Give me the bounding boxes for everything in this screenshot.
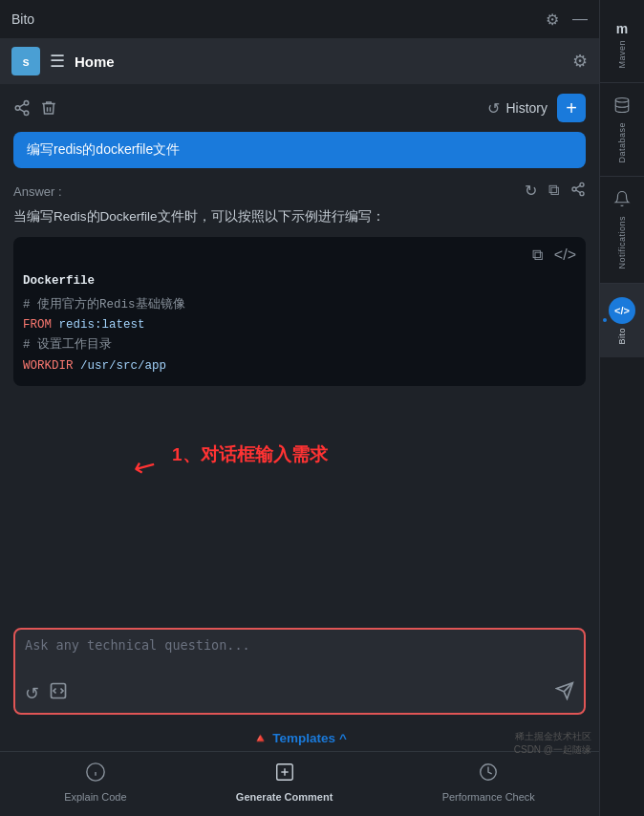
action-bar: ↺ History +	[0, 84, 599, 132]
title-bar: Bito ⚙ —	[0, 0, 599, 38]
svg-line-4	[19, 104, 24, 107]
send-button[interactable]	[555, 681, 574, 705]
notifications-label: Notifications	[617, 216, 627, 269]
query-bubble: 编写redis的dockerfile文件	[13, 132, 586, 168]
home-title: Home	[75, 54, 563, 70]
explain-code-label: Explain Code	[64, 791, 126, 803]
templates-button[interactable]: 🔺 Templates ^	[252, 730, 347, 745]
delete-button[interactable]	[40, 99, 57, 117]
code-block-header: ⧉ </>	[23, 247, 576, 264]
new-chat-button[interactable]: +	[557, 94, 586, 122]
svg-point-7	[580, 192, 584, 196]
svg-line-8	[576, 190, 581, 193]
sidebar-item-notifications[interactable]: Notifications	[600, 177, 644, 284]
nav-performance-check[interactable]: Performance Check	[442, 762, 535, 803]
templates-icon: 🔺	[252, 730, 268, 745]
code-view-icon[interactable]: </>	[554, 247, 576, 264]
svg-point-5	[580, 183, 584, 186]
code-block: ⧉ </> Dockerfile # 使用官方的Redis基础镜像 FROM r…	[13, 237, 586, 386]
answer-label: Answer :	[13, 184, 62, 199]
copy-answer-icon[interactable]: ⧉	[548, 182, 559, 201]
maven-label: Maven	[617, 40, 627, 69]
svg-point-2	[24, 111, 29, 116]
sidebar-item-bito[interactable]: </> Bito	[600, 284, 644, 358]
share-button[interactable]	[13, 99, 31, 117]
generate-comment-icon	[274, 762, 295, 787]
code-line-4: WORKDIR /usr/src/app	[23, 356, 576, 376]
main-panel: Bito ⚙ — s ☰ Home ⚙ ↺ Hi	[0, 0, 599, 816]
explain-code-icon	[85, 762, 106, 787]
performance-check-label: Performance Check	[442, 791, 535, 803]
active-indicator	[603, 318, 607, 322]
input-section: ↺	[0, 620, 599, 724]
code-filename: Dockerfile	[23, 271, 576, 291]
database-label: Database	[617, 122, 627, 163]
code-line-1: # 使用官方的Redis基础镜像	[23, 295, 576, 315]
answer-section: Answer : ↻ ⧉ 当编写Redis的Dockerfile文件时，可以按照…	[0, 176, 599, 620]
sidebar-item-database[interactable]: Database	[600, 82, 644, 178]
bito-icon: </>	[609, 297, 635, 324]
code-line-2: FROM redis:latest	[23, 315, 576, 335]
history-button[interactable]: ↺ History	[487, 99, 547, 118]
svg-point-0	[24, 101, 29, 106]
answer-header: Answer : ↻ ⧉	[13, 176, 586, 206]
maven-icon: m	[616, 21, 628, 36]
share-answer-icon[interactable]	[570, 182, 586, 201]
query-container: 编写redis的dockerfile文件	[0, 132, 599, 176]
svg-line-9	[576, 185, 581, 188]
sidebar-item-maven[interactable]: m Maven	[600, 8, 644, 82]
svg-point-1	[15, 106, 20, 111]
share-icon	[13, 99, 31, 117]
right-sidebar: m Maven Database Notifications </> Bito	[599, 0, 644, 816]
answer-text: 当编写Redis的Dockerfile文件时，可以按照以下示例进行编写：	[13, 206, 586, 227]
templates-bar: 🔺 Templates ^	[0, 724, 599, 751]
notifications-icon	[613, 190, 631, 212]
user-avatar: s	[11, 47, 40, 75]
trash-icon	[40, 99, 57, 117]
svg-point-18	[615, 97, 629, 102]
header-bar: s ☰ Home ⚙	[0, 38, 599, 84]
title-settings-button[interactable]: ⚙	[546, 11, 559, 29]
svg-line-3	[19, 109, 24, 112]
code-snippet-icon[interactable]	[49, 681, 68, 705]
nav-generate-comment[interactable]: Generate Comment	[236, 762, 333, 803]
app-title: Bito	[11, 11, 34, 27]
code-line-3: # 设置工作目录	[23, 335, 576, 355]
undo-icon[interactable]: ↺	[25, 683, 39, 704]
refresh-icon[interactable]: ↻	[525, 182, 537, 201]
answer-actions: ↻ ⧉	[525, 182, 586, 201]
code-content: Dockerfile # 使用官方的Redis基础镜像 FROM redis:l…	[23, 271, 576, 376]
history-icon: ↺	[487, 99, 500, 118]
title-minimize-button[interactable]: —	[572, 11, 588, 28]
input-toolbar: ↺	[25, 681, 574, 705]
nav-explain-code[interactable]: Explain Code	[64, 762, 126, 803]
hamburger-icon[interactable]: ☰	[50, 51, 65, 72]
title-icons: ⚙ —	[546, 11, 588, 29]
bottom-nav: Explain Code Generate Comment Performanc…	[0, 751, 599, 816]
header-settings-icon[interactable]: ⚙	[572, 51, 588, 72]
database-icon	[613, 97, 631, 118]
generate-comment-label: Generate Comment	[236, 791, 333, 803]
bito-label: Bito	[617, 328, 627, 345]
copy-code-icon[interactable]: ⧉	[532, 247, 543, 264]
svg-point-6	[572, 187, 576, 191]
chat-input[interactable]	[25, 637, 574, 672]
input-wrapper: ↺	[13, 628, 586, 715]
performance-check-icon	[478, 762, 499, 787]
